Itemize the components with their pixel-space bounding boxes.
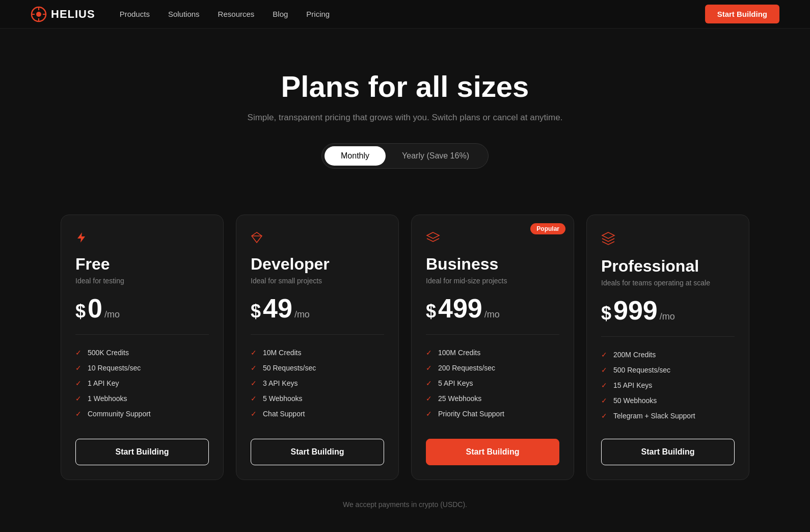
check-icon: ✓ — [251, 410, 257, 418]
plan-icon-developer — [251, 231, 384, 247]
plan-price-business: $ 499 /mo — [426, 295, 559, 322]
layers-icon — [426, 231, 440, 244]
card-divider-business — [426, 334, 559, 335]
features-list-professional: ✓ 200M Credits ✓ 500 Requests/sec ✓ 15 A… — [601, 347, 735, 423]
plan-subtitle-business: Ideal for mid-size projects — [426, 277, 559, 285]
nav-link-products[interactable]: Products — [120, 10, 150, 18]
feature-item: ✓ 25 Webhooks — [426, 391, 559, 406]
feature-item: ✓ 1 API Key — [75, 376, 209, 391]
check-icon: ✓ — [75, 364, 82, 372]
feature-label: 10 Requests/sec — [88, 364, 141, 372]
plan-card-business: Popular Business Ideal for mid-size proj… — [411, 215, 574, 480]
feature-label: 500 Requests/sec — [613, 366, 670, 374]
feature-label: 50 Requests/sec — [263, 364, 316, 372]
lightning-icon — [75, 231, 88, 244]
card-divider-free — [75, 334, 209, 335]
features-list-business: ✓ 100M Credits ✓ 200 Requests/sec ✓ 5 AP… — [426, 345, 559, 423]
feature-label: 50 Webhooks — [613, 396, 657, 405]
price-amount-free: 0 — [88, 295, 102, 322]
feature-item: ✓ 500K Credits — [75, 345, 209, 360]
feature-label: 1 Webhooks — [88, 394, 127, 403]
feature-item: ✓ Telegram + Slack Support — [601, 408, 735, 423]
nav-links: Products Solutions Resources Blog Pricin… — [120, 10, 705, 18]
feature-item: ✓ 15 API Keys — [601, 378, 735, 393]
feature-label: 200M Credits — [613, 351, 656, 359]
logo[interactable]: HELIUS — [31, 6, 95, 22]
feature-item: ✓ 5 Webhooks — [251, 391, 384, 406]
feature-item: ✓ Chat Support — [251, 406, 384, 421]
plan-subtitle-developer: Ideal for small projects — [251, 277, 384, 285]
monthly-toggle-button[interactable]: Monthly — [325, 146, 386, 166]
navbar: HELIUS Products Solutions Resources Blog… — [0, 0, 810, 29]
plan-price-professional: $ 999 /mo — [601, 297, 735, 324]
check-icon: ✓ — [75, 349, 82, 357]
feature-item: ✓ 100M Credits — [426, 345, 559, 360]
popular-badge: Popular — [530, 223, 565, 234]
price-amount-business: 499 — [438, 295, 482, 322]
pricing-cards-container: Free Ideal for testing $ 0 /mo ✓ 500K Cr… — [0, 199, 810, 495]
check-icon: ✓ — [601, 396, 607, 405]
price-period-business: /mo — [484, 309, 500, 320]
plan-icon-free — [75, 231, 209, 247]
nav-start-building-button[interactable]: Start Building — [705, 5, 779, 23]
check-icon: ✓ — [426, 364, 432, 372]
start-building-button-free[interactable]: Start Building — [75, 439, 209, 465]
feature-item: ✓ 10M Credits — [251, 345, 384, 360]
nav-link-resources[interactable]: Resources — [218, 10, 255, 18]
billing-toggle[interactable]: Monthly Yearly (Save 16%) — [321, 143, 489, 169]
feature-item: ✓ 3 API Keys — [251, 376, 384, 391]
start-building-button-professional[interactable]: Start Building — [601, 439, 735, 465]
check-icon: ✓ — [251, 379, 257, 387]
check-icon: ✓ — [426, 410, 432, 418]
nav-link-pricing[interactable]: Pricing — [306, 10, 330, 18]
feature-label: 5 Webhooks — [263, 394, 303, 403]
start-building-button-developer[interactable]: Start Building — [251, 439, 384, 465]
plan-title-professional: Professional — [601, 257, 735, 276]
hero-title: Plans for all sizes — [10, 69, 800, 103]
hero-section: Plans for all sizes Simple, transparent … — [0, 29, 810, 199]
features-list-developer: ✓ 10M Credits ✓ 50 Requests/sec ✓ 3 API … — [251, 345, 384, 423]
plan-card-developer: Developer Ideal for small projects $ 49 … — [236, 215, 399, 480]
feature-label: 500K Credits — [88, 349, 129, 357]
feature-item: ✓ 1 Webhooks — [75, 391, 209, 406]
feature-item: ✓ 10 Requests/sec — [75, 360, 209, 376]
feature-item: ✓ Community Support — [75, 406, 209, 421]
card-divider-professional — [601, 336, 735, 337]
card-divider-developer — [251, 334, 384, 335]
price-dollar-developer: $ — [251, 301, 261, 322]
feature-label: 1 API Key — [88, 379, 119, 387]
check-icon: ✓ — [601, 351, 607, 359]
nav-link-blog[interactable]: Blog — [273, 10, 288, 18]
layers-multi-icon — [601, 231, 615, 246]
check-icon: ✓ — [601, 412, 607, 420]
feature-item: ✓ 50 Webhooks — [601, 393, 735, 408]
price-period-developer: /mo — [294, 309, 310, 320]
start-building-button-business[interactable]: Start Building — [426, 439, 559, 465]
feature-label: 15 API Keys — [613, 381, 652, 389]
price-dollar-business: $ — [426, 301, 436, 322]
price-dollar-free: $ — [75, 301, 86, 322]
price-amount-developer: 49 — [263, 295, 292, 322]
price-period-professional: /mo — [660, 311, 675, 322]
feature-item: ✓ 200M Credits — [601, 347, 735, 362]
feature-label: Priority Chat Support — [438, 410, 504, 418]
feature-label: 200 Requests/sec — [438, 364, 495, 372]
feature-item: ✓ 50 Requests/sec — [251, 360, 384, 376]
feature-label: 100M Credits — [438, 349, 480, 357]
plan-icon-professional — [601, 231, 735, 249]
feature-label: Community Support — [88, 410, 151, 418]
check-icon: ✓ — [426, 394, 432, 403]
price-amount-professional: 999 — [613, 297, 658, 324]
feature-item: ✓ 200 Requests/sec — [426, 360, 559, 376]
plan-title-developer: Developer — [251, 255, 384, 274]
plan-card-professional: Professional Ideals for teams operating … — [586, 215, 749, 480]
feature-item: ✓ 5 API Keys — [426, 376, 559, 391]
hero-subtitle: Simple, transparent pricing that grows w… — [10, 113, 800, 123]
check-icon: ✓ — [75, 410, 82, 418]
check-icon: ✓ — [601, 366, 607, 374]
plan-subtitle-free: Ideal for testing — [75, 277, 209, 285]
check-icon: ✓ — [251, 349, 257, 357]
yearly-toggle-button[interactable]: Yearly (Save 16%) — [386, 146, 485, 166]
nav-link-solutions[interactable]: Solutions — [168, 10, 200, 18]
diamond-icon — [251, 231, 263, 244]
